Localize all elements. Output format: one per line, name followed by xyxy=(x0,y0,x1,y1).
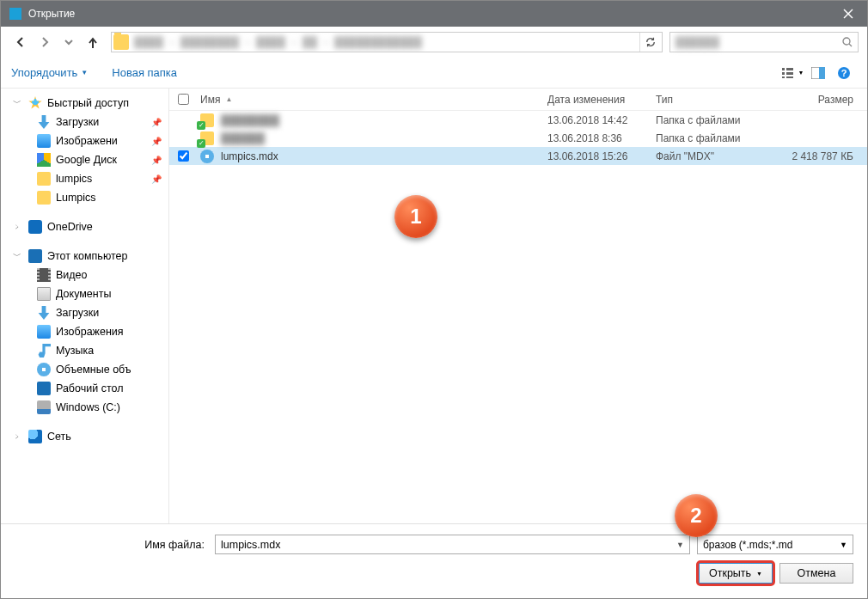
open-dialog: Открытие ████›████████›████›██›█████████… xyxy=(0,0,868,599)
arrow-left-icon xyxy=(15,36,27,48)
back-button[interactable] xyxy=(9,31,32,53)
chevron-down-icon xyxy=(63,36,75,48)
download-icon xyxy=(37,306,51,320)
help-button[interactable]: ? xyxy=(831,63,857,83)
preview-pane-icon xyxy=(811,67,825,79)
file-checkbox[interactable] xyxy=(178,150,189,162)
drive-icon xyxy=(37,400,51,414)
video-icon xyxy=(37,268,51,282)
filename-label: Имя файла: xyxy=(15,539,208,551)
refresh-button[interactable] xyxy=(639,33,660,52)
col-name[interactable]: Имя▲ xyxy=(197,94,547,106)
svg-rect-10 xyxy=(786,76,793,78)
pin-icon: 📌 xyxy=(151,118,162,127)
callout-2: 2 xyxy=(675,494,718,537)
sidebar-desktop[interactable]: Рабочий стол xyxy=(1,379,168,398)
chevron-down-icon: ▼ xyxy=(840,541,847,549)
open-button[interactable]: Открыть▼ xyxy=(699,563,773,584)
sidebar-downloads2[interactable]: Загрузки xyxy=(1,303,168,322)
documents-icon xyxy=(37,287,51,301)
sidebar-pictures[interactable]: Изображени📌 xyxy=(1,131,168,150)
folder-icon xyxy=(37,191,51,205)
search-icon xyxy=(842,37,853,47)
sidebar-volumes[interactable]: Объемные объ xyxy=(1,360,168,379)
help-icon: ? xyxy=(837,66,851,80)
sidebar: ﹀Быстрый доступ Загрузки📌 Изображени📌 Go… xyxy=(1,89,169,523)
organize-button[interactable]: Упорядочить▼ xyxy=(11,66,88,79)
svg-line-4 xyxy=(849,44,852,46)
sidebar-cdrive[interactable]: Windows (C:) xyxy=(1,398,168,417)
view-list-icon xyxy=(781,67,797,79)
folder-icon xyxy=(200,113,214,127)
footer: Имя файла: lumpics.mdx▼ бразов (*.mds;*.… xyxy=(1,523,867,597)
sidebar-documents[interactable]: Документы xyxy=(1,284,168,303)
folder-icon xyxy=(200,131,214,145)
svg-point-3 xyxy=(843,38,850,45)
col-size[interactable]: Размер xyxy=(764,94,867,106)
mdx-file-icon xyxy=(200,150,214,163)
col-type[interactable]: Тип xyxy=(656,94,764,106)
svg-rect-12 xyxy=(819,67,825,79)
callout-1: 1 xyxy=(394,195,437,238)
view-options-button[interactable]: ▼ xyxy=(779,63,805,83)
sidebar-gdrive[interactable]: Google Диск📌 xyxy=(1,150,168,169)
sidebar-downloads[interactable]: Загрузки📌 xyxy=(1,113,168,131)
pin-icon: 📌 xyxy=(151,174,162,184)
preview-pane-button[interactable] xyxy=(805,63,831,83)
close-icon xyxy=(843,9,853,19)
sidebar-thispc[interactable]: ﹀Этот компьютер xyxy=(1,247,168,266)
select-all-checkbox[interactable] xyxy=(178,94,189,105)
column-headers: Имя▲ Дата изменения Тип Размер xyxy=(169,89,867,111)
file-list: ████████ 13.06.2018 14:42 Папка с файлам… xyxy=(169,111,867,523)
sidebar-pictures2[interactable]: Изображения xyxy=(1,322,168,341)
onedrive-icon xyxy=(28,220,42,234)
desktop-icon xyxy=(37,382,51,395)
file-row-selected[interactable]: lumpics.mdx 13.06.2018 15:26 Файл "MDX" … xyxy=(169,147,867,165)
nav-row: ████›████████›████›██›████████████ █████… xyxy=(1,27,867,58)
chevron-down-icon: ▼ xyxy=(676,541,684,549)
arrow-up-icon xyxy=(87,36,99,48)
window-title: Открытие xyxy=(28,8,829,20)
filename-input[interactable]: lumpics.mdx▼ xyxy=(215,535,690,554)
pc-icon xyxy=(28,249,42,263)
new-folder-button[interactable]: Новая папка xyxy=(112,66,177,79)
filetype-filter[interactable]: бразов (*.mds;*.md▼ xyxy=(697,535,853,554)
svg-rect-7 xyxy=(782,76,785,78)
gdrive-icon xyxy=(37,153,51,167)
sidebar-quickaccess[interactable]: ﹀Быстрый доступ xyxy=(1,94,168,113)
pin-icon: 📌 xyxy=(151,156,162,165)
pictures-icon xyxy=(37,325,51,339)
forward-button[interactable] xyxy=(34,31,56,53)
arrow-right-icon xyxy=(39,36,51,48)
svg-text:?: ? xyxy=(841,68,847,78)
pictures-icon xyxy=(37,134,51,148)
svg-rect-5 xyxy=(782,68,785,70)
folder-icon xyxy=(113,34,129,50)
pin-icon: 📌 xyxy=(151,137,162,146)
search-input[interactable]: ██████ xyxy=(669,32,859,52)
svg-rect-6 xyxy=(782,72,785,75)
col-date[interactable]: Дата изменения xyxy=(547,94,656,106)
recent-button[interactable] xyxy=(58,31,80,53)
star-icon xyxy=(28,96,42,110)
dialog-body: ﹀Быстрый доступ Загрузки📌 Изображени📌 Go… xyxy=(1,89,867,523)
file-row[interactable]: ████████ 13.06.2018 14:42 Папка с файлам… xyxy=(169,111,867,129)
file-row[interactable]: ██████ 13.06.2018 8:36 Папка с файлами xyxy=(169,129,867,147)
close-button[interactable] xyxy=(829,1,867,27)
network-icon xyxy=(28,430,42,443)
toolbar: Упорядочить▼ Новая папка ▼ ? xyxy=(1,58,867,89)
refresh-icon xyxy=(645,37,656,47)
music-icon xyxy=(37,344,51,358)
sidebar-onedrive[interactable]: ﹥OneDrive xyxy=(1,217,168,236)
sidebar-lumpics2[interactable]: Lumpics xyxy=(1,188,168,207)
breadcrumb: ████›████████›████›██›████████████ xyxy=(134,36,639,48)
sidebar-music[interactable]: Музыка xyxy=(1,341,168,360)
address-bar[interactable]: ████›████████›████›██›████████████ xyxy=(111,32,663,52)
title-bar: Открытие xyxy=(1,1,867,27)
cancel-button[interactable]: Отмена xyxy=(779,563,853,584)
svg-rect-9 xyxy=(786,72,793,75)
sidebar-network[interactable]: ﹥Сеть xyxy=(1,427,168,446)
sidebar-lumpics[interactable]: lumpics📌 xyxy=(1,169,168,188)
sidebar-video[interactable]: Видео xyxy=(1,266,168,284)
up-button[interactable] xyxy=(82,31,104,53)
